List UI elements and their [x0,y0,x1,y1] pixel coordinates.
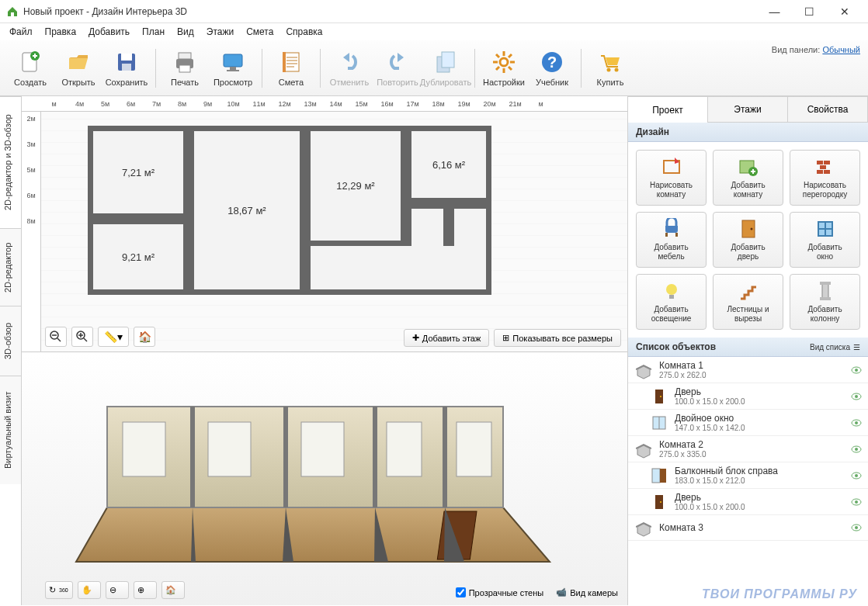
visibility-icon[interactable] [851,417,862,428]
side-tab-3d[interactable]: 3D-обзор [0,306,21,376]
zoom-in-button[interactable] [71,327,93,347]
hallway[interactable] [305,246,491,295]
side-tab-2d[interactable]: 2D-редактор [0,228,21,306]
svg-rect-62 [742,220,755,237]
3d-view[interactable]: ↻360 ✋ ⊖ ⊕ 🏠 Прозрачные стены 📹Вид камер… [22,352,627,605]
svg-rect-57 [820,165,826,169]
svg-rect-11 [227,70,239,71]
svg-rect-71 [820,297,831,300]
floorplan[interactable]: 7,21 м² 18,67 м² 12,29 м² 6,16 м² 9,21 м… [88,126,499,304]
object-item[interactable]: Комната 2275.0 x 335.0 [628,436,868,462]
zoom-in-3d-button[interactable]: ⊕ [134,581,157,599]
visibility-icon[interactable] [851,522,862,533]
2d-plan-view[interactable]: 2м3м5м6м8м 7,21 м² 18,67 м² 12,29 м² 6,1… [22,112,627,352]
panel-mode-link[interactable]: Обычный [822,45,860,54]
visibility-icon[interactable] [851,497,862,507]
visibility-icon[interactable] [851,470,862,481]
measure-button[interactable]: 📏▾ [98,327,129,347]
menu-add[interactable]: Добавить [84,25,134,39]
object-item[interactable]: Дверь100.0 x 15.0 x 200.0 [628,383,868,410]
add-light-icon [661,280,682,302]
add-door-icon [738,218,759,240]
room-2[interactable]: 18,67 м² [189,126,305,295]
object-item[interactable]: Двойное окно147.0 x 15.0 x 142.0 [628,410,868,436]
draw-partition-button[interactable]: Нарисоватьперегородку [790,150,860,206]
show-dimensions-button[interactable]: ⊞Показывать все размеры [494,329,621,347]
room-icon [634,518,653,537]
svg-marker-36 [76,507,550,562]
manual-button[interactable]: ?Учебник [528,44,576,92]
svg-rect-46 [457,422,491,476]
svg-rect-85 [660,469,666,483]
new-button[interactable]: Создать [6,44,54,92]
ruler-vertical: 2м3м5м6м8м [22,112,41,351]
save-button[interactable]: Сохранить [102,44,151,92]
add-door-button[interactable]: Добавитьдверь [713,212,783,268]
add-room-button[interactable]: Добавитькомнату [713,150,783,206]
tab-properties[interactable]: Свойства [788,96,868,123]
transparent-walls-checkbox[interactable]: Прозрачные стены [456,587,543,597]
zoom-out-3d-button[interactable]: ⊖ [106,581,129,599]
add-floor-button[interactable]: ✚Добавить этаж [404,329,489,347]
object-item[interactable]: Балконный блок справа183.0 x 15.0 x 212.… [628,462,868,489]
list-view-icon[interactable]: ☰ [853,343,860,351]
menu-floors[interactable]: Этажи [202,25,238,39]
canvas-area: м4м5м6м7м8м9м10м11м12м13м14м15м16м17м18м… [22,96,627,605]
room-4[interactable]: 6,16 м² [406,126,491,203]
estimate-icon [279,50,304,74]
app-logo-icon [6,5,19,18]
preview-button[interactable]: Просмотр [209,44,257,92]
add-light-button[interactable]: Добавитьосвещение [636,274,707,330]
zoom-out-button[interactable] [45,327,67,347]
object-item[interactable]: Дверь100.0 x 15.0 x 200.0 [628,489,868,515]
room-1[interactable]: 7,21 м² [88,126,189,219]
visibility-icon[interactable] [851,365,862,376]
svg-point-63 [750,228,752,230]
side-tab-virtual[interactable]: Виртуальный визит [0,376,21,484]
visibility-icon[interactable] [851,391,862,402]
svg-line-24 [509,54,512,57]
maximize-button[interactable]: ☐ [792,1,827,23]
minimize-button[interactable]: — [757,1,792,23]
estimate-button[interactable]: Смета [267,44,315,92]
svg-point-16 [500,58,508,66]
menu-edit[interactable]: Правка [40,25,82,39]
menu-help[interactable]: Справка [281,25,327,39]
room-icon [634,361,653,379]
svg-point-67 [666,284,677,295]
draw-room-button[interactable]: Нарисоватькомнату [636,150,707,206]
side-tab-2d3d[interactable]: 2D-редактор и 3D-обзор [0,96,21,228]
add-window-button[interactable]: Добавитьокно [790,212,860,268]
undo-icon [337,50,362,74]
menu-view[interactable]: Вид [172,25,199,39]
add-column-button[interactable]: Добавитьколонну [790,274,860,330]
rotate-360-button[interactable]: ↻360 [45,581,73,599]
tab-project[interactable]: Проект [628,96,708,123]
stairs-button[interactable]: Лестницы ивырезы [713,274,783,330]
menu-file[interactable]: Файл [5,25,37,39]
visibility-icon[interactable] [851,444,862,455]
home-3d-button[interactable]: 🏠 [161,581,185,599]
camera-view-button[interactable]: 📹Вид камеры [556,587,618,597]
add-furniture-button[interactable]: Добавитьмебель [636,212,707,268]
object-list: Комната 1275.0 x 262.0 Дверь100.0 x 15.0… [628,357,868,605]
room-3[interactable]: 12,29 м² [305,126,406,246]
add-floor-icon: ✚ [412,333,419,343]
settings-button[interactable]: Настройки [480,44,528,92]
buy-button[interactable]: Купить [586,44,634,92]
object-item[interactable]: Комната 1275.0 x 262.0 [628,357,868,383]
close-button[interactable]: ✕ [827,1,862,23]
menu-plan[interactable]: План [137,25,169,39]
print-button[interactable]: Печать [161,44,209,92]
tab-floors[interactable]: Этажи [708,96,788,123]
3d-render [68,368,565,585]
svg-rect-58 [817,170,823,174]
open-button[interactable]: Открыть [54,44,102,92]
manual-icon: ? [540,50,564,74]
pan-button[interactable]: ✋ [78,581,101,599]
home-view-button[interactable]: 🏠 [134,327,155,347]
room-5[interactable]: 9,21 м² [88,219,189,295]
svg-rect-68 [669,295,674,299]
menu-estimate[interactable]: Смета [241,25,278,39]
object-item[interactable]: Комната 3 [628,515,868,541]
